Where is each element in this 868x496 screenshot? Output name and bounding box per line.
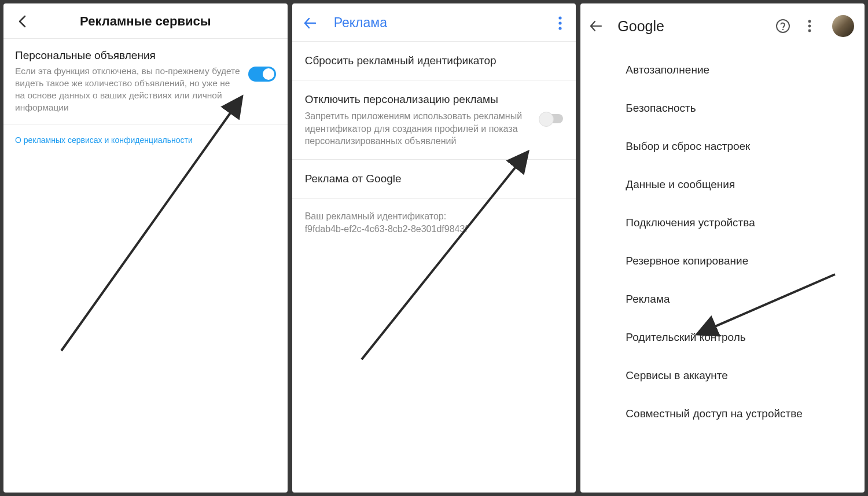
item-desc: Запретить приложениям использовать рекла… — [305, 110, 534, 148]
list-item-security[interactable]: Безопасность — [580, 89, 865, 127]
svg-point-3 — [559, 21, 562, 24]
back-button[interactable] — [589, 19, 604, 34]
screen-ad-services: Рекламные сервисы Персональные объявлени… — [3, 3, 288, 493]
item-title: Сбросить рекламный идентификатор — [305, 53, 564, 68]
personal-ads-item[interactable]: Персональные объявления Если эта функция… — [3, 39, 288, 125]
svg-point-8 — [782, 29, 784, 30]
item-title: Отключить персонализацию рекламы — [305, 92, 534, 107]
settings-list: Автозаполнение Безопасность Выбор и сбро… — [580, 47, 865, 433]
svg-point-4 — [559, 27, 562, 30]
item-desc: Если эта функция отключена, вы по-прежне… — [15, 65, 241, 114]
google-ads-item[interactable]: Реклама от Google — [292, 160, 576, 199]
list-item-account-services[interactable]: Сервисы в аккаунте — [580, 357, 865, 395]
disable-personalization-item[interactable]: Отключить персонализацию рекламы Запрети… — [292, 80, 576, 160]
arrow-left-icon — [303, 16, 318, 31]
svg-point-2 — [559, 16, 562, 19]
list-item-shared-access[interactable]: Совместный доступ на устройстве — [580, 395, 865, 433]
more-button[interactable] — [558, 16, 565, 30]
list-item-reset-settings[interactable]: Выбор и сброс настроек — [580, 127, 865, 166]
svg-point-10 — [808, 25, 811, 28]
more-vert-icon — [558, 16, 562, 30]
disable-personalization-toggle[interactable] — [540, 114, 563, 123]
screen-title: Google — [617, 18, 762, 35]
ad-id-value: f9fdab4b-ef2c-4c63-8cb2-8e301df9843f — [305, 223, 564, 236]
header: Реклама — [292, 3, 576, 42]
account-avatar[interactable] — [832, 15, 854, 37]
item-title: Персональные объявления — [15, 49, 241, 62]
list-item-device-connections[interactable]: Подключения устройства — [580, 204, 865, 242]
svg-point-9 — [808, 20, 811, 23]
list-item-ads[interactable]: Реклама — [580, 280, 865, 318]
back-button[interactable] — [15, 14, 29, 28]
help-icon — [775, 19, 790, 34]
reset-ad-id-item[interactable]: Сбросить рекламный идентификатор — [292, 42, 576, 80]
screen-ads: Реклама Сбросить рекламный идентификатор… — [292, 3, 576, 493]
header: Рекламные сервисы — [3, 3, 288, 39]
about-ads-link[interactable]: О рекламных сервисах и конфиденциальност… — [3, 125, 288, 155]
more-vert-icon — [808, 20, 811, 32]
more-button[interactable] — [804, 20, 815, 32]
chevron-left-icon — [18, 15, 26, 28]
svg-point-7 — [777, 20, 789, 32]
screen-title: Рекламные сервисы — [41, 14, 251, 29]
item-text: Отключить персонализацию рекламы Запрети… — [305, 92, 534, 148]
list-item-data-messages[interactable]: Данные и сообщения — [580, 166, 865, 204]
svg-point-11 — [808, 30, 811, 32]
back-button[interactable] — [303, 16, 318, 31]
header: Google — [580, 3, 865, 47]
screen-title: Реклама — [334, 15, 543, 31]
item-text: Сбросить рекламный идентификатор — [305, 53, 564, 68]
screen-google-settings: Google Автозаполнение Безопасность Выбор… — [580, 3, 865, 493]
arrow-left-icon — [589, 19, 604, 34]
item-text: Персональные объявления Если эта функция… — [15, 49, 241, 114]
help-button[interactable] — [775, 19, 790, 34]
personal-ads-toggle[interactable] — [248, 67, 276, 82]
item-text: Реклама от Google — [305, 171, 564, 186]
list-item-parental-control[interactable]: Родительский контроль — [580, 318, 865, 357]
list-item-autofill[interactable]: Автозаполнение — [580, 51, 865, 89]
ad-id-label: Ваш рекламный идентификатор: — [305, 210, 564, 223]
item-title: Реклама от Google — [305, 171, 564, 186]
ad-id-info: Ваш рекламный идентификатор: f9fdab4b-ef… — [292, 199, 576, 248]
list-item-backup[interactable]: Резервное копирование — [580, 242, 865, 280]
